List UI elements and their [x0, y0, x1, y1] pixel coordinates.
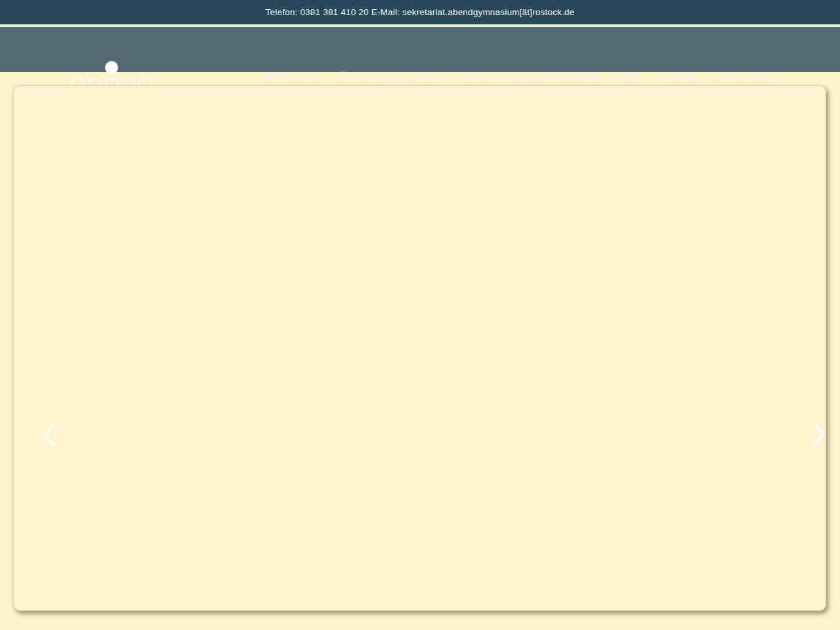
nav-item-label: Über uns	[339, 71, 381, 82]
nav-item-unterstuetzung[interactable]: Unterstützung für Studierende	[462, 71, 599, 82]
nav-item-label: Unterstützung für Studierende	[462, 71, 599, 82]
hero-carousel	[13, 85, 826, 611]
nav-item-willkommen[interactable]: Willkommen	[263, 71, 319, 82]
carousel-slide	[14, 86, 826, 610]
nav-item-label: Kontakt	[661, 71, 696, 82]
nav-item-abitur[interactable]: Abitur	[414, 71, 441, 82]
chevron-right-icon	[813, 422, 826, 447]
nav-item-label: Abitur	[414, 71, 441, 82]
contact-info: Telefon: 0381 381 410 20 E-Mail: sekreta…	[266, 7, 575, 17]
nav-item-kontakt[interactable]: Kontakt	[661, 71, 696, 82]
nav-item-faq[interactable]: FAQ	[620, 71, 640, 82]
logo-filled-circle-icon	[105, 61, 118, 74]
chevron-down-icon	[386, 75, 393, 79]
carousel-next-button[interactable]	[808, 420, 831, 449]
chevron-left-icon	[43, 422, 56, 447]
nav-item-label: FAQ	[620, 71, 640, 82]
nav-item-label: Willkommen	[263, 71, 319, 82]
nav-item-label: Datenschutz	[717, 71, 774, 82]
nav-item-ueber-uns[interactable]: Über uns	[339, 71, 392, 82]
topbar: Telefon: 0381 381 410 20 E-Mail: sekreta…	[0, 0, 840, 26]
nav-item-datenschutz[interactable]: Datenschutz	[717, 71, 774, 82]
carousel-prev-button[interactable]	[37, 420, 61, 449]
main-nav: Willkommen Über uns Abitur Unterstützung…	[0, 27, 840, 72]
